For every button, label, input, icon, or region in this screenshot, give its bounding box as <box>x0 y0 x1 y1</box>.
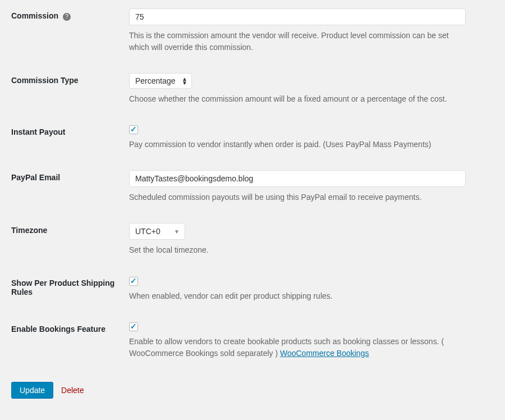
enable-bookings-label: Enable Bookings Feature <box>11 325 105 334</box>
woocommerce-bookings-link[interactable]: WooCommerce Bookings <box>280 349 369 358</box>
enable-bookings-row: Enable Bookings Feature Enable to allow … <box>0 313 505 371</box>
commission-label: Commission <box>11 11 58 20</box>
instant-payout-checkbox[interactable] <box>129 125 138 134</box>
commission-row: Commission ? This is the commission amou… <box>0 0 505 65</box>
instant-payout-label: Instant Payout <box>11 127 65 136</box>
paypal-email-label: PayPal Email <box>11 173 60 182</box>
paypal-email-description: Scheduled commission payouts will be usi… <box>129 191 466 203</box>
shipping-rules-checkbox[interactable] <box>129 277 138 286</box>
commission-type-select[interactable]: Percentage <box>129 73 192 89</box>
commission-input[interactable] <box>129 8 466 25</box>
help-icon[interactable]: ? <box>63 13 71 21</box>
commission-type-row: Commission Type Percentage ▲▼ Choose whe… <box>0 65 505 116</box>
paypal-email-input[interactable] <box>129 170 466 187</box>
commission-description: This is the commission amount the vendor… <box>129 30 466 53</box>
commission-type-label: Commission Type <box>11 76 79 85</box>
instant-payout-row: Instant Payout Pay commission to vendor … <box>0 116 505 162</box>
paypal-email-row: PayPal Email Scheduled commission payout… <box>0 162 505 214</box>
commission-type-description: Choose whether the commission amount wil… <box>129 93 466 105</box>
enable-bookings-description: Enable to allow vendors to create bookab… <box>129 336 466 359</box>
timezone-label: Timezone <box>11 226 47 235</box>
shipping-rules-label: Show Per Product Shipping Rules <box>11 279 114 296</box>
instant-payout-description: Pay commission to vendor instantly when … <box>129 139 466 150</box>
form-actions: Update Delete <box>0 371 505 410</box>
timezone-select[interactable]: UTC+0 <box>129 223 185 240</box>
enable-bookings-checkbox[interactable] <box>129 322 138 331</box>
update-button[interactable]: Update <box>11 382 53 399</box>
timezone-row: Timezone UTC+0 ▼ Set the local timezone. <box>0 214 505 267</box>
shipping-rules-row: Show Per Product Shipping Rules When ena… <box>0 267 505 313</box>
timezone-description: Set the local timezone. <box>129 244 466 256</box>
delete-button[interactable]: Delete <box>61 386 84 395</box>
shipping-rules-description: When enabled, vendor can edit per produc… <box>129 290 466 302</box>
